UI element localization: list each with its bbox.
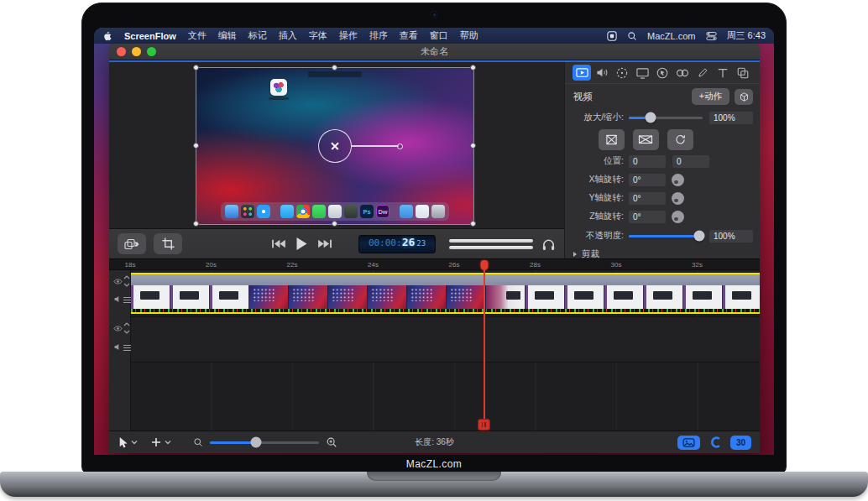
add-clip-chevron-icon[interactable] xyxy=(165,440,171,445)
track2-lane[interactable] xyxy=(109,316,760,362)
headphone-icon[interactable] xyxy=(541,237,556,251)
previous-frame-button[interactable] xyxy=(270,238,286,249)
track2-grip-icon[interactable] xyxy=(123,344,131,352)
crop-button[interactable] xyxy=(154,233,182,254)
rotation-value-field[interactable]: 0° xyxy=(629,192,666,205)
opacity-slider-thumb[interactable] xyxy=(694,231,705,242)
rotation-value-field[interactable]: 0° xyxy=(629,174,666,186)
rotation-knob[interactable] xyxy=(672,192,684,205)
selection-handle[interactable] xyxy=(332,65,337,70)
menu-item[interactable]: 编辑 xyxy=(218,29,237,42)
tab-callout-icon[interactable] xyxy=(653,65,672,81)
3d-cube-button[interactable] xyxy=(735,89,753,105)
window-titlebar[interactable]: 未命名 xyxy=(109,44,760,60)
clip-thumbnail[interactable] xyxy=(368,285,407,309)
rotation-handle[interactable] xyxy=(397,144,403,149)
playhead-handle[interactable] xyxy=(478,419,490,431)
selection-handle[interactable] xyxy=(332,221,337,227)
menu-item[interactable]: 帮助 xyxy=(460,29,478,42)
add-media-button[interactable] xyxy=(118,233,146,254)
rotation-center-control[interactable] xyxy=(318,129,352,163)
rotation-knob[interactable] xyxy=(672,211,684,223)
clip-thumbnail[interactable] xyxy=(486,285,526,309)
opacity-value-field[interactable]: 100% xyxy=(709,230,753,243)
track2-expand-chevrons[interactable] xyxy=(123,321,130,335)
ruler[interactable]: 18s20s22s24s26s28s30s32s xyxy=(109,258,760,270)
position-y-field[interactable]: 0 xyxy=(672,155,709,168)
selection-handle[interactable] xyxy=(470,143,476,149)
search-icon[interactable] xyxy=(627,31,637,41)
menubar-site-label[interactable]: MacZL.com xyxy=(647,31,695,41)
clip-thumbnail[interactable] xyxy=(328,285,368,309)
timeline-tracks[interactable] xyxy=(109,270,760,431)
clip-header[interactable] xyxy=(131,274,760,285)
rotation-knob[interactable] xyxy=(672,174,684,186)
menu-item[interactable]: 插入 xyxy=(279,29,297,42)
clip-thumbnail[interactable] xyxy=(249,285,289,309)
tab-motion-icon[interactable] xyxy=(613,65,631,81)
menu-item[interactable]: 字体 xyxy=(309,29,327,42)
track1-visibility-eye-icon[interactable] xyxy=(112,277,123,286)
tab-media-icon[interactable] xyxy=(734,65,752,81)
canvas-area[interactable]: PsDw xyxy=(109,62,564,228)
apple-menu-icon[interactable] xyxy=(102,30,112,42)
video-clip[interactable] xyxy=(131,273,760,314)
scale-to-fill-button[interactable] xyxy=(633,129,659,150)
timeline-zoom-thumb[interactable] xyxy=(250,437,261,448)
add-clip-plus-icon[interactable] xyxy=(151,437,161,447)
tab-video-icon[interactable] xyxy=(573,65,591,81)
clip-thumbnail[interactable] xyxy=(170,285,210,309)
scale-to-fit-button[interactable] xyxy=(599,129,625,150)
zoom-value-field[interactable]: 100% xyxy=(709,112,753,124)
track2-visibility-eye-icon[interactable] xyxy=(112,324,123,333)
track1-audio-icon[interactable] xyxy=(113,295,123,304)
selection-handle[interactable] xyxy=(470,221,476,227)
tab-screen-icon[interactable] xyxy=(633,65,651,81)
zoom-slider[interactable] xyxy=(629,117,703,119)
menu-item[interactable]: 窗口 xyxy=(430,29,448,42)
playhead-line[interactable] xyxy=(484,270,485,420)
snapping-magnet-icon[interactable] xyxy=(709,436,722,449)
position-x-field[interactable]: 0 xyxy=(629,155,666,168)
menu-item[interactable]: 查看 xyxy=(400,29,418,42)
add-action-button[interactable]: +动作 xyxy=(692,88,729,105)
menubar-app-name[interactable]: ScreenFlow xyxy=(124,31,176,41)
pointer-tool-icon[interactable] xyxy=(118,436,128,449)
menu-item[interactable]: 排序 xyxy=(369,29,388,42)
opacity-slider[interactable] xyxy=(629,235,703,237)
playhead-pin[interactable] xyxy=(481,260,489,270)
clip-thumbnail[interactable] xyxy=(131,285,170,309)
canvas-preview[interactable]: PsDw xyxy=(196,67,474,225)
track1-grip-icon[interactable] xyxy=(123,296,131,304)
zoom-in-icon[interactable] xyxy=(326,436,337,448)
clip-thumbnail[interactable] xyxy=(644,285,683,309)
zoom-out-icon[interactable] xyxy=(193,437,203,447)
clip-thumbnail[interactable] xyxy=(565,285,604,309)
crop-section-row[interactable]: 剪裁 xyxy=(565,246,760,258)
tab-annotate-icon[interactable] xyxy=(693,65,712,81)
selection-handle[interactable] xyxy=(193,143,199,149)
menu-item[interactable]: 文件 xyxy=(188,29,207,42)
tab-audio-icon[interactable] xyxy=(593,65,611,81)
play-button[interactable] xyxy=(295,237,308,251)
selection-handle[interactable] xyxy=(470,65,476,70)
rotation-value-field[interactable]: 0° xyxy=(629,211,666,223)
clip-thumbnail[interactable] xyxy=(604,285,644,309)
thumbnails-toggle-button[interactable] xyxy=(677,436,700,450)
input-source-icon[interactable] xyxy=(607,31,617,41)
clip-thumbnail[interactable] xyxy=(683,285,723,309)
clip-thumbnail[interactable] xyxy=(289,285,328,309)
tab-text-icon[interactable] xyxy=(714,65,732,81)
clip-thumbnail[interactable] xyxy=(447,285,486,309)
track1-expand-chevrons[interactable] xyxy=(123,274,130,288)
clip-thumbnail[interactable] xyxy=(407,285,447,309)
timeline-zoom-slider[interactable] xyxy=(210,441,319,444)
selection-handle[interactable] xyxy=(193,65,199,70)
reset-rotation-button[interactable] xyxy=(667,129,693,150)
menu-item[interactable]: 操作 xyxy=(339,29,358,42)
track2-audio-icon[interactable] xyxy=(113,342,123,352)
selection-handle[interactable] xyxy=(193,221,199,227)
control-center-icon[interactable] xyxy=(706,31,717,41)
pointer-tool-chevron-icon[interactable] xyxy=(131,440,138,445)
zoom-slider-thumb[interactable] xyxy=(646,112,656,123)
